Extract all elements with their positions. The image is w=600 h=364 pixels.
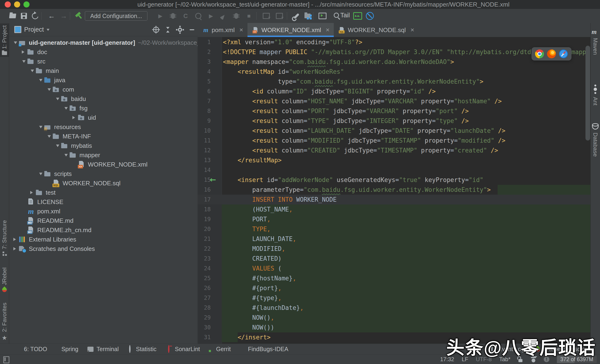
toolwindow-button-statistic[interactable]: Statistic — [127, 344, 157, 355]
sidebar-item-ant[interactable]: Ant — [591, 82, 600, 107]
line-number[interactable]: 6 — [197, 86, 211, 96]
editor-scrollbar-thumb[interactable] — [585, 46, 590, 141]
line-number[interactable]: 21 — [197, 234, 211, 244]
tail-label[interactable]: Tail — [340, 12, 350, 19]
line-number[interactable]: 13 — [197, 155, 211, 165]
line-number[interactable]: 31 — [197, 332, 211, 342]
add-configuration-button[interactable]: Add Configuration... — [85, 11, 147, 21]
line-number[interactable]: 2 — [197, 47, 211, 57]
chevron-down-icon[interactable] — [55, 96, 61, 102]
sync-icon[interactable] — [30, 11, 40, 20]
sidebar-item-1-project[interactable]: 1: Project — [0, 23, 9, 57]
hide-panel-icon[interactable] — [190, 29, 194, 30]
tree-item-pom-xml[interactable]: mpom.xml — [9, 207, 197, 216]
minimize-window-button[interactable] — [14, 1, 20, 8]
line-number[interactable]: 14 — [197, 165, 211, 175]
search-everywhere-icon[interactable] — [331, 11, 340, 20]
collapse-all-icon[interactable] — [165, 27, 170, 33]
chevron-down-icon[interactable] — [46, 87, 52, 92]
sidebar-item-jrebel[interactable]: JRebel — [0, 266, 9, 294]
chevron-right-icon[interactable] — [12, 247, 19, 250]
tree-item-readme-zh_cn-md[interactable]: README.zh_cn.md — [9, 225, 197, 235]
close-tab-icon[interactable]: × — [410, 26, 414, 34]
line-number[interactable]: 26 — [197, 283, 211, 293]
tree-item-mapper[interactable]: mapper — [9, 150, 197, 160]
tree-item-main[interactable]: main — [9, 66, 197, 75]
tab-pom.xml[interactable]: mpom.xml× — [197, 23, 247, 37]
line-number[interactable]: 11 — [197, 136, 211, 146]
code-editor[interactable]: 1<?xml version="1.0" encoding="UTF-8"?>2… — [197, 37, 600, 344]
tab-worker_node.xml[interactable]: WORKER_NODE.xml× — [247, 23, 334, 37]
build-hammer-icon[interactable] — [75, 11, 84, 20]
line-number[interactable]: 20 — [197, 224, 211, 234]
chevron-down-icon[interactable] — [29, 68, 35, 74]
tree-item-meta-inf[interactable]: META-INF — [9, 132, 197, 141]
line-number[interactable]: 3 — [197, 57, 211, 67]
line-number[interactable]: 5 — [197, 77, 211, 86]
chevron-down-icon[interactable] — [38, 171, 44, 177]
toolwindow-button-gerrit[interactable]: Gerrit — [207, 344, 231, 355]
tree-item-resources[interactable]: resources — [9, 122, 197, 132]
line-number[interactable]: 12 — [197, 146, 211, 155]
line-number[interactable]: 8 — [197, 106, 211, 116]
line-number[interactable]: 25 — [197, 273, 211, 283]
back-icon[interactable] — [47, 11, 56, 20]
chevron-down-icon[interactable] — [38, 124, 44, 130]
tree-item-fsg[interactable]: fsg — [9, 104, 197, 113]
chevron-right-icon[interactable] — [72, 116, 78, 119]
save-icon[interactable] — [19, 11, 28, 20]
chevron-down-icon[interactable] — [38, 77, 44, 83]
monitor-icon[interactable] — [353, 11, 362, 20]
run-anything-icon[interactable] — [318, 11, 327, 20]
tree-item-doc[interactable]: doc — [9, 47, 197, 57]
line-number[interactable]: 17 — [197, 195, 211, 204]
line-number[interactable]: 4 — [197, 67, 211, 77]
tree-item-uid-generator-master[interactable]: uid-generator-master [uid-generator]~/02… — [9, 38, 197, 47]
zoom-window-button[interactable] — [23, 1, 29, 8]
tab-worker_node.sql[interactable]: WORKER_NODE.sql× — [334, 23, 418, 37]
line-number[interactable]: 29 — [197, 313, 211, 323]
close-tab-icon[interactable]: × — [326, 26, 329, 34]
line-number[interactable]: 22 — [197, 244, 211, 254]
block-icon[interactable] — [365, 11, 375, 20]
tree-item-external-libraries[interactable]: External Libraries — [9, 235, 197, 244]
line-number[interactable]: 23 — [197, 254, 211, 264]
chevron-down-icon[interactable] — [12, 40, 19, 46]
close-window-button[interactable] — [5, 1, 11, 8]
line-number[interactable]: 28 — [197, 303, 211, 313]
chevron-down-icon[interactable] — [63, 152, 69, 158]
sidebar-item-database[interactable]: Database — [591, 121, 600, 159]
wrench-icon[interactable] — [291, 11, 300, 20]
tree-item-java[interactable]: java — [9, 75, 197, 85]
toolwindow-button-sonarlint[interactable]: SonarLint — [166, 344, 200, 355]
line-number[interactable]: 1 — [197, 37, 211, 47]
close-tab-icon[interactable]: × — [239, 26, 243, 34]
chevron-down-icon[interactable] — [55, 143, 61, 149]
toolwindow-button-spring[interactable]: Spring — [52, 344, 78, 355]
chevron-down-icon[interactable] — [63, 105, 69, 111]
safari-icon[interactable] — [559, 49, 568, 58]
toolwindow-button-findbugs-idea[interactable]: FindBugs-IDEA — [239, 344, 288, 355]
line-number[interactable]: 30 — [197, 323, 211, 332]
chevron-down-icon[interactable] — [21, 59, 27, 64]
tree-item-readme-md[interactable]: README.md — [9, 216, 197, 225]
toolwindow-toggle-icon[interactable] — [3, 356, 9, 363]
chevron-right-icon[interactable] — [21, 50, 27, 54]
tree-item-worker_node-xml[interactable]: WORKER_NODE.xml — [9, 160, 197, 169]
line-number[interactable]: 24 — [197, 264, 211, 273]
tree-item-test[interactable]: test — [9, 188, 197, 197]
tree-item-worker_node-sql[interactable]: WORKER_NODE.sql — [9, 179, 197, 188]
line-number[interactable]: 7 — [197, 96, 211, 106]
sidebar-item-7-structure[interactable]: 7: Structure — [0, 218, 9, 258]
tree-item-license[interactable]: LICENSE — [9, 197, 197, 207]
settings-gear-icon[interactable] — [178, 28, 182, 32]
chevron-down-icon[interactable] — [46, 134, 52, 139]
tree-item-baidu[interactable]: baidu — [9, 94, 197, 104]
chrome-icon[interactable] — [535, 49, 544, 58]
chevron-right-icon[interactable] — [29, 191, 35, 194]
chevron-right-icon[interactable] — [12, 238, 19, 241]
project-structure-icon[interactable] — [303, 11, 312, 20]
line-number[interactable]: 9 — [197, 116, 211, 126]
firefox-icon[interactable] — [547, 49, 556, 58]
tree-item-com[interactable]: com — [9, 85, 197, 94]
